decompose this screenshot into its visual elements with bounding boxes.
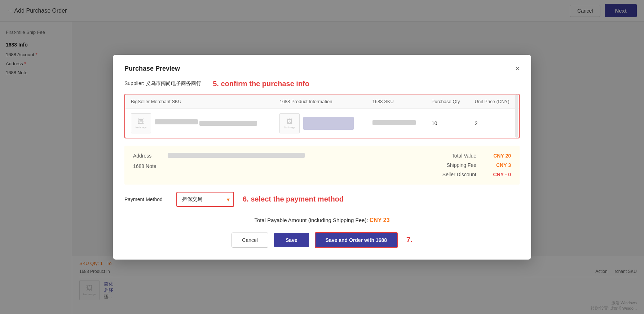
sku-1688-cell — [367, 109, 426, 138]
info-right: Total Value CNY 20 Shipping Fee CNY 3 Se… — [417, 153, 511, 177]
total-value-label: Total Value — [429, 153, 476, 159]
total-payable-row: Total Payable Amount (including Shipping… — [124, 217, 520, 224]
col-purchase-qty: Purchase Qty — [426, 94, 469, 109]
product-info-blurred — [303, 117, 354, 130]
merchant-no-image: 🖼 No Image — [131, 113, 151, 133]
merchant-sku-text — [155, 119, 257, 127]
info-left: Address 1688 Note — [133, 153, 403, 177]
payment-instruction: 6. select the payment method — [243, 195, 344, 203]
supplier-text: Supplier: 义乌市阔尚电子商务商行 — [124, 80, 201, 87]
shipping-fee-amount: CNY 3 — [482, 162, 511, 168]
product-info-cell: 🖼 No Image — [274, 109, 366, 138]
confirm-instruction: 5. confirm the purchase info — [213, 80, 309, 88]
address-value — [168, 153, 403, 159]
product-image-icon: 🖼 — [286, 118, 293, 125]
col-unit-price: Unit Price (CNY) — [469, 94, 519, 109]
seller-discount-amount: CNY - 0 — [482, 172, 511, 177]
product-table: BigSeller Merchant SKU 1688 Product Info… — [125, 94, 519, 138]
payment-section: Payment Method 担保交易 6. select the paymen… — [124, 192, 520, 207]
product-no-image: 🖼 No Image — [279, 113, 300, 133]
purchase-qty-cell: 10 — [426, 109, 469, 138]
save-button[interactable]: Save — [274, 233, 309, 247]
step7-label: 7. — [406, 236, 413, 244]
col-1688-sku: 1688 SKU — [367, 94, 426, 109]
merchant-sku-cell: 🖼 No Image — [125, 109, 274, 138]
action-buttons: Cancel Save Save and Order with 1688 7. — [124, 232, 520, 248]
seller-discount-row: Seller Discount CNY - 0 — [429, 172, 511, 177]
col-1688-product: 1688 Product Information — [274, 94, 366, 109]
total-payable-amount: CNY 23 — [370, 217, 390, 223]
modal-title: Purchase Preview — [124, 65, 180, 72]
note-label: 1688 Note — [133, 163, 162, 169]
note-value — [168, 163, 403, 169]
col-merchant-sku: BigSeller Merchant SKU — [125, 94, 274, 109]
address-label: Address — [133, 153, 162, 159]
payment-method-label: Payment Method — [124, 196, 168, 202]
modal-close-button[interactable]: × — [515, 65, 520, 72]
payment-method-select[interactable]: 担保交易 — [176, 192, 234, 207]
unit-price-cell: 2 — [469, 109, 519, 138]
merchant-image-icon: 🖼 — [138, 118, 144, 125]
save-order-button[interactable]: Save and Order with 1688 — [315, 232, 398, 248]
address-row: Address — [133, 153, 403, 159]
shipping-fee-label: Shipping Fee — [429, 162, 476, 168]
supplier-row: Supplier: 义乌市阔尚电子商务商行 5. confirm the pur… — [124, 80, 520, 88]
purchase-preview-modal: Purchase Preview × Supplier: 义乌市阔尚电子商务商行… — [113, 55, 531, 260]
note-row: 1688 Note — [133, 163, 403, 169]
table-row: 🖼 No Image 🖼 — [125, 109, 519, 138]
table-scrollbar[interactable] — [515, 94, 518, 138]
seller-discount-label: Seller Discount — [429, 172, 476, 177]
shipping-fee-row: Shipping Fee CNY 3 — [429, 162, 511, 168]
table-header-row: BigSeller Merchant SKU 1688 Product Info… — [125, 94, 519, 109]
sku-1688-blurred — [372, 120, 416, 125]
product-table-wrapper: BigSeller Merchant SKU 1688 Product Info… — [124, 94, 520, 138]
total-payable-label: Total Payable Amount (including Shipping… — [254, 217, 368, 223]
cancel-button[interactable]: Cancel — [231, 233, 268, 248]
total-value-amount: CNY 20 — [482, 153, 511, 159]
total-value-row: Total Value CNY 20 — [429, 153, 511, 159]
info-section: Address 1688 Note Total Value CNY 20 Shi… — [124, 146, 520, 185]
modal-header: Purchase Preview × — [124, 65, 520, 72]
